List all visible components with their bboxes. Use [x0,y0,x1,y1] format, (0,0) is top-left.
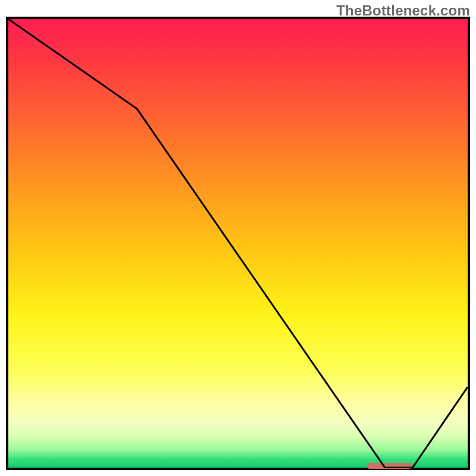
optimal-range-marker [367,463,412,469]
background-gradient [8,19,468,468]
plot-area [6,17,470,470]
chart-frame: TheBottleneck.com [0,0,476,476]
